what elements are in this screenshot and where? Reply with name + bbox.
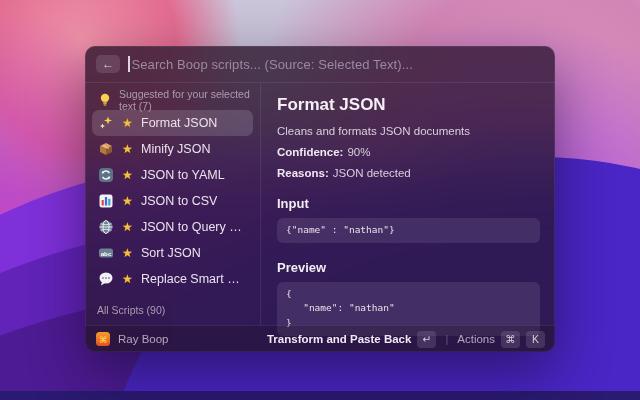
lightbulb-icon bbox=[97, 92, 113, 108]
reasons-value: JSON detected bbox=[333, 167, 411, 179]
search-placeholder: Search Boop scripts... (Source: Selected… bbox=[132, 57, 413, 72]
text-cursor bbox=[128, 56, 130, 72]
list-item-label: JSON to CSV bbox=[141, 194, 217, 208]
speech-balloon-icon bbox=[98, 271, 114, 287]
actions-menu-button[interactable]: Actions ⌘ K bbox=[457, 331, 545, 348]
arrows-circle-icon bbox=[98, 167, 114, 183]
confidence-value: 90% bbox=[347, 146, 370, 158]
list-item-label: JSON to YAML bbox=[141, 168, 225, 182]
list-item-sort-json[interactable]: abc ★ Sort JSON bbox=[92, 240, 253, 266]
favorite-star-icon: ★ bbox=[121, 142, 134, 156]
list-item-json-to-yaml[interactable]: ★ JSON to YAML bbox=[92, 162, 253, 188]
search-input[interactable]: Search Boop scripts... (Source: Selected… bbox=[128, 56, 544, 72]
svg-text:abc: abc bbox=[101, 250, 112, 257]
globe-icon bbox=[98, 219, 114, 235]
reasons-row: Reasons:JSON detected bbox=[277, 167, 540, 179]
bar-chart-icon bbox=[98, 193, 114, 209]
status-bar: ⌘ Ray Boop Transform and Paste Back ↵ | … bbox=[85, 325, 555, 352]
list-item-label: Sort JSON bbox=[141, 246, 201, 260]
confidence-label: Confidence: bbox=[277, 146, 343, 158]
detail-title: Format JSON bbox=[277, 95, 540, 115]
statusbar-divider: | bbox=[445, 333, 448, 345]
list-item-label: JSON to Query String bbox=[141, 220, 247, 234]
actions-label: Actions bbox=[457, 333, 495, 345]
section-header-all-scripts: All Scripts (90) bbox=[92, 299, 253, 320]
detail-panel: Format JSON Cleans and formats JSON docu… bbox=[261, 83, 555, 325]
app-name: Ray Boop bbox=[118, 333, 169, 345]
favorite-star-icon: ★ bbox=[121, 194, 134, 208]
detail-description: Cleans and formats JSON documents bbox=[277, 125, 540, 137]
wallpaper-bottom-band bbox=[0, 391, 640, 400]
package-icon bbox=[98, 141, 114, 157]
list-item-json-to-query-string[interactable]: ★ JSON to Query String bbox=[92, 214, 253, 240]
input-code-text: {"name" : "nathan"} bbox=[286, 223, 531, 238]
input-heading: Input bbox=[277, 196, 540, 211]
k-key-icon: K bbox=[526, 331, 545, 348]
list-item-format-json[interactable]: ★ Format JSON bbox=[92, 110, 253, 136]
back-button[interactable]: ← bbox=[96, 55, 120, 73]
primary-action-button[interactable]: Transform and Paste Back ↵ bbox=[267, 331, 436, 348]
section-header-label: All Scripts (90) bbox=[97, 304, 165, 316]
primary-action-label: Transform and Paste Back bbox=[267, 333, 411, 345]
sparkles-icon bbox=[98, 115, 114, 131]
favorite-star-icon: ★ bbox=[121, 116, 134, 130]
search-bar: ← Search Boop scripts... (Source: Select… bbox=[85, 46, 555, 82]
abc-input-icon: abc bbox=[98, 245, 114, 261]
list-item-replace-smart-quotes[interactable]: ★ Replace Smart Quotes bbox=[92, 266, 253, 292]
list-item-minify-json[interactable]: ★ Minify JSON bbox=[92, 136, 253, 162]
input-code-block: {"name" : "nathan"} bbox=[277, 218, 540, 243]
reasons-label: Reasons: bbox=[277, 167, 329, 179]
preview-heading: Preview bbox=[277, 260, 540, 275]
favorite-star-icon: ★ bbox=[121, 246, 134, 260]
section-header-suggested: Suggested for your selected text (7) bbox=[92, 89, 253, 110]
favorite-star-icon: ★ bbox=[121, 168, 134, 182]
return-key-icon: ↵ bbox=[417, 331, 436, 348]
list-item-json-to-csv[interactable]: ★ JSON to CSV bbox=[92, 188, 253, 214]
favorite-star-icon: ★ bbox=[121, 220, 134, 234]
boop-app-icon: ⌘ bbox=[95, 331, 111, 347]
window-body: Suggested for your selected text (7) ★ F… bbox=[85, 83, 555, 325]
script-list: Suggested for your selected text (7) ★ F… bbox=[85, 83, 260, 325]
list-item-label: Format JSON bbox=[141, 116, 217, 130]
command-key-icon: ⌘ bbox=[501, 331, 520, 348]
section-header-label: Suggested for your selected text (7) bbox=[119, 88, 253, 112]
raycast-window: ← Search Boop scripts... (Source: Select… bbox=[85, 46, 555, 352]
favorite-star-icon: ★ bbox=[121, 272, 134, 286]
svg-text:⌘: ⌘ bbox=[99, 335, 107, 345]
back-arrow-icon: ← bbox=[102, 57, 114, 71]
list-item-label: Replace Smart Quotes bbox=[141, 272, 247, 286]
list-item-label: Minify JSON bbox=[141, 142, 210, 156]
confidence-row: Confidence:90% bbox=[277, 146, 540, 158]
